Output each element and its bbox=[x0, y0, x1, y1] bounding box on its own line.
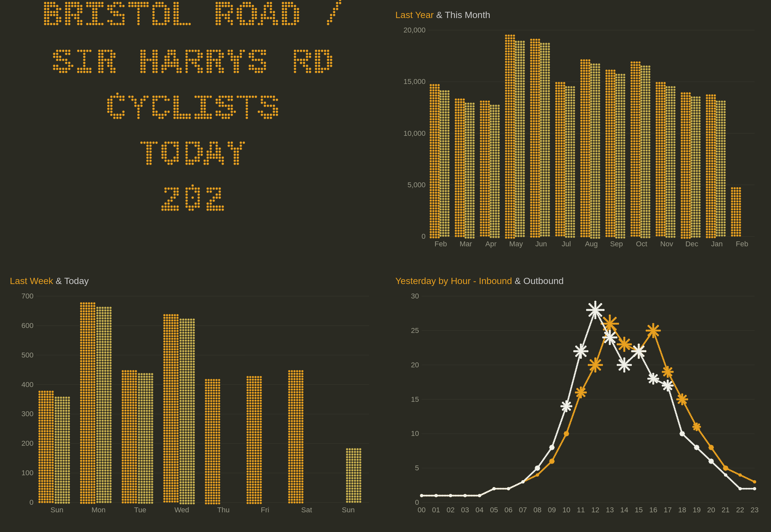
title-canvas bbox=[0, 0, 386, 266]
bottom-right-chart-area bbox=[395, 290, 761, 522]
bottom-left-panel: Last Week & Today bbox=[0, 266, 386, 532]
top-right-chart-area bbox=[395, 24, 761, 256]
top-right-canvas bbox=[395, 24, 761, 256]
bottom-left-title-highlight: Last Week bbox=[10, 276, 53, 286]
bottom-left-chart-area bbox=[10, 290, 376, 522]
bottom-right-panel: Yesterday by Hour - Inbound & Outbound bbox=[386, 266, 771, 532]
bottom-left-title: Last Week & Today bbox=[10, 276, 376, 286]
bottom-left-canvas bbox=[10, 290, 376, 522]
bottom-right-title-highlight: Yesterday by Hour - Inbound bbox=[395, 276, 512, 286]
bottom-left-title-rest: & Today bbox=[53, 276, 89, 286]
bottom-right-canvas bbox=[395, 290, 761, 522]
top-right-title-highlight: Last Year bbox=[395, 10, 434, 20]
title-panel bbox=[0, 0, 386, 266]
top-right-panel: Last Year & This Month bbox=[386, 0, 771, 266]
bottom-right-title-rest: & Outbound bbox=[512, 276, 563, 286]
top-right-title-rest: & This Month bbox=[434, 10, 490, 20]
bottom-right-title: Yesterday by Hour - Inbound & Outbound bbox=[395, 276, 761, 286]
top-right-title: Last Year & This Month bbox=[395, 10, 761, 20]
